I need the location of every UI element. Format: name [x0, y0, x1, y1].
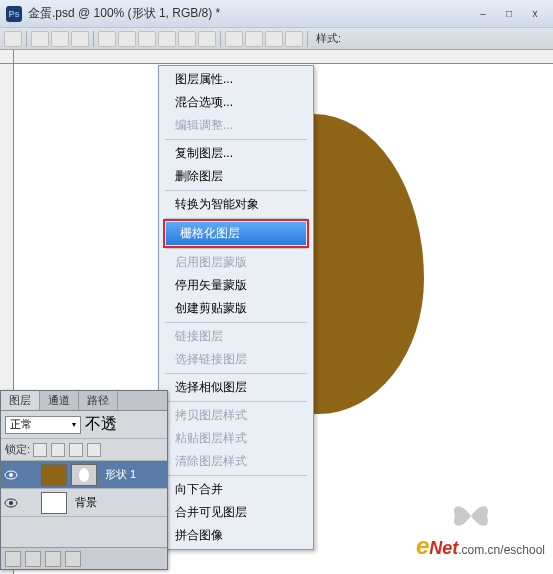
eye-icon [4, 470, 18, 480]
lock-transparency-icon[interactable] [33, 443, 47, 457]
menu-item: 粘贴图层样式 [161, 427, 311, 450]
layer-list: 形状 1 背景 [1, 461, 167, 547]
lock-pixels-icon[interactable] [51, 443, 65, 457]
menu-item[interactable]: 停用矢量蒙版 [161, 274, 311, 297]
line-icon[interactable] [178, 31, 196, 47]
tab-channels[interactable]: 通道 [40, 391, 79, 410]
menu-item: 链接图层 [161, 325, 311, 348]
ruler-horizontal[interactable] [14, 50, 553, 64]
panel-blend-row: 正常 ▾ 不透 [1, 411, 167, 439]
lock-all-icon[interactable] [87, 443, 101, 457]
adjustment-icon[interactable] [65, 551, 81, 567]
shape-tool-icon[interactable] [4, 31, 22, 47]
menu-separator [165, 322, 307, 323]
lock-label: 锁定: [5, 442, 30, 457]
link-layers-icon[interactable] [5, 551, 21, 567]
panel-tabs: 图层 通道 路径 [1, 391, 167, 411]
layer-name: 形状 1 [99, 467, 136, 482]
maximize-button[interactable]: □ [497, 6, 521, 22]
eye-icon [4, 498, 18, 508]
visibility-toggle[interactable] [1, 470, 21, 480]
lock-position-icon[interactable] [69, 443, 83, 457]
menu-separator [165, 248, 307, 249]
minimize-button[interactable]: – [471, 6, 495, 22]
custom-icon[interactable] [198, 31, 216, 47]
menu-item[interactable]: 复制图层... [161, 142, 311, 165]
ellipse-icon[interactable] [138, 31, 156, 47]
fill-mode-icon[interactable] [71, 31, 89, 47]
window-titlebar: 金蛋.psd @ 100% (形状 1, RGB/8) * – □ x [0, 0, 553, 28]
watermark-rest: .com.cn/eschool [458, 543, 545, 557]
shape-mode-icon[interactable] [31, 31, 49, 47]
window-title: 金蛋.psd @ 100% (形状 1, RGB/8) * [28, 5, 471, 22]
separator [93, 31, 94, 47]
opacity-label: 不透 [85, 414, 117, 435]
path-mode-icon[interactable] [51, 31, 69, 47]
ruler-origin[interactable] [0, 50, 14, 64]
separator [220, 31, 221, 47]
menu-separator [165, 190, 307, 191]
menu-item[interactable]: 合并可见图层 [161, 501, 311, 524]
panel-footer [1, 547, 167, 569]
layer-row[interactable]: 背景 [1, 489, 167, 517]
visibility-toggle[interactable] [1, 498, 21, 508]
svg-point-3 [9, 501, 13, 505]
layers-panel: 图层 通道 路径 正常 ▾ 不透 锁定: 形状 1 [0, 390, 168, 570]
options-bar: 样式: [0, 28, 553, 50]
menu-item[interactable]: 删除图层 [161, 165, 311, 188]
style-label: 样式: [316, 31, 341, 46]
rect-icon[interactable] [98, 31, 116, 47]
menu-item[interactable]: 转换为智能对象 [161, 193, 311, 216]
layer-thumbnail[interactable] [41, 492, 67, 514]
butterfly-watermark [449, 498, 493, 534]
subtract-icon[interactable] [245, 31, 263, 47]
menu-separator [165, 373, 307, 374]
separator [26, 31, 27, 47]
polygon-icon[interactable] [158, 31, 176, 47]
menu-item[interactable]: 向下合并 [161, 478, 311, 501]
menu-item: 编辑调整... [161, 114, 311, 137]
vector-mask-thumbnail[interactable] [71, 464, 97, 486]
svg-point-1 [9, 473, 13, 477]
panel-lock-row: 锁定: [1, 439, 167, 461]
menu-item: 启用图层蒙版 [161, 251, 311, 274]
menu-item[interactable]: 混合选项... [161, 91, 311, 114]
blend-mode-select[interactable]: 正常 ▾ [5, 416, 81, 434]
watermark-net: Net [429, 538, 458, 558]
layer-context-menu: 图层属性...混合选项...编辑调整...复制图层...删除图层转换为智能对象栅… [158, 65, 314, 550]
chevron-down-icon: ▾ [72, 420, 76, 429]
tab-layers[interactable]: 图层 [1, 391, 40, 410]
menu-separator [165, 139, 307, 140]
window-controls: – □ x [471, 6, 547, 22]
blend-mode-value: 正常 [10, 417, 32, 432]
layer-name: 背景 [69, 495, 97, 510]
combine-icon[interactable] [225, 31, 243, 47]
menu-item[interactable]: 创建剪贴蒙版 [161, 297, 311, 320]
menu-item: 清除图层样式 [161, 450, 311, 473]
menu-item-rasterize[interactable]: 栅格化图层 [166, 222, 306, 245]
watermark-text: eNet.com.cn/eschool [416, 532, 545, 560]
close-button[interactable]: x [523, 6, 547, 22]
menu-separator [165, 475, 307, 476]
menu-item: 选择链接图层 [161, 348, 311, 371]
menu-item[interactable]: 图层属性... [161, 68, 311, 91]
tab-paths[interactable]: 路径 [79, 391, 118, 410]
menu-item: 拷贝图层样式 [161, 404, 311, 427]
separator [307, 31, 308, 47]
menu-separator [165, 401, 307, 402]
layer-row[interactable]: 形状 1 [1, 461, 167, 489]
exclude-icon[interactable] [285, 31, 303, 47]
layer-list-empty [1, 517, 167, 547]
menu-item[interactable]: 拼合图像 [161, 524, 311, 547]
roundrect-icon[interactable] [118, 31, 136, 47]
fx-icon[interactable] [25, 551, 41, 567]
app-icon [6, 6, 22, 22]
layer-thumbnail[interactable] [41, 464, 67, 486]
menu-item[interactable]: 选择相似图层 [161, 376, 311, 399]
mask-icon[interactable] [45, 551, 61, 567]
intersect-icon[interactable] [265, 31, 283, 47]
watermark-e: e [416, 532, 429, 559]
menu-highlight-box: 栅格化图层 [163, 219, 309, 248]
